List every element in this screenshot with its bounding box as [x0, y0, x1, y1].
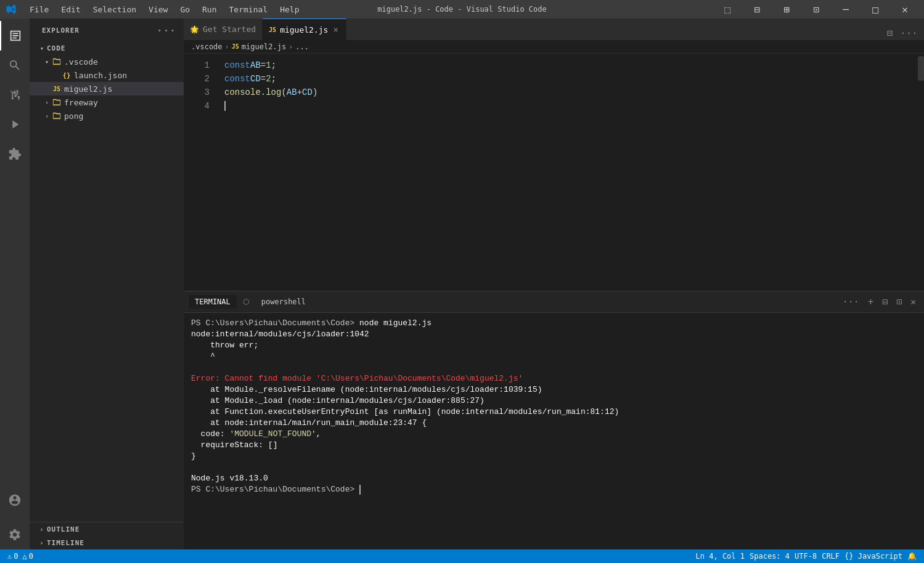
sidebar-more-button[interactable]: ···	[157, 25, 176, 36]
titlebar-controls: ⬚ ⊟ ⊞ ⊡ ─ □ ✕	[713, 0, 919, 18]
pong-folder-label: pong	[64, 111, 83, 121]
breadcrumb-vscode[interactable]: .vscode	[191, 43, 223, 51]
code-content[interactable]: const AB = 1; const CD = 2; console.log(…	[215, 54, 918, 291]
terminal-add-icon[interactable]: +	[865, 295, 877, 309]
terminal-content[interactable]: PS C:\Users\Pichau\Documents\Code> node …	[184, 313, 924, 549]
tree-miguel2-js[interactable]: JS miguel2.js	[30, 82, 184, 95]
tree-launch-json[interactable]: {} launch.json	[30, 68, 184, 82]
status-line-ending[interactable]: CRLF	[819, 549, 842, 563]
minimap	[918, 56, 924, 81]
menu-file[interactable]: File	[25, 2, 54, 17]
tabs-bar: 🌟 Get Started JS miguel2.js × ⊟ ···	[184, 18, 924, 40]
menu-go[interactable]: Go	[175, 2, 195, 17]
tree-pong-folder[interactable]: pong	[30, 109, 184, 123]
more-actions-button[interactable]: ···	[897, 26, 920, 40]
tab-close-button[interactable]: ×	[332, 25, 339, 34]
editor-area: 1 2 3 4 const AB = 1; const CD = 2;	[184, 54, 924, 291]
breadcrumb-file[interactable]: JS miguel2.js	[232, 43, 286, 51]
terminal-more-button[interactable]: ···	[840, 295, 862, 309]
vscode-chevron-icon	[42, 57, 52, 67]
terminal-cursor	[359, 485, 361, 495]
encoding-label: UTF-8	[795, 552, 817, 561]
launch-json-icon: {}	[62, 70, 72, 80]
line-col-label: Ln 4, Col 1	[696, 552, 745, 561]
split-icon[interactable]: ⊟	[743, 0, 771, 18]
language-label: {} JavaScript	[844, 552, 902, 561]
close-button[interactable]: ✕	[891, 0, 919, 18]
editor[interactable]: 1 2 3 4 const AB = 1; const CD = 2;	[184, 54, 924, 291]
warning-count: 0	[29, 552, 33, 561]
status-errors[interactable]: ⚠ 0 △ 0	[5, 549, 36, 563]
miguel2-tab-label: miguel2.js	[280, 25, 328, 34]
freeway-folder-icon	[52, 97, 62, 107]
terminal-line-1: PS C:\Users\Pichau\Documents\Code> node …	[191, 318, 917, 329]
code-label: CODE	[47, 44, 66, 52]
terminal-tab-powershell[interactable]: powershell	[255, 295, 312, 309]
terminal-split-button[interactable]: ⊟	[879, 295, 891, 309]
status-spaces[interactable]: Spaces: 4	[747, 549, 792, 563]
activity-settings-icon[interactable]	[0, 520, 30, 549]
code-line-3: console.log(AB + CD)	[224, 86, 918, 99]
terminal-line-error: Error: Cannot find module 'C:\Users\Pich…	[191, 373, 917, 384]
activity-account-icon[interactable]	[0, 485, 30, 515]
terminal-line-prompt2: PS C:\Users\Pichau\Documents\Code>	[191, 484, 917, 495]
activity-explorer-icon[interactable]	[0, 21, 30, 51]
tree-vscode-folder[interactable]: .vscode	[30, 55, 184, 68]
breadcrumb-sep2: ›	[288, 43, 293, 51]
menu-view[interactable]: View	[144, 2, 173, 17]
activity-extensions-icon[interactable]	[0, 139, 30, 169]
menu-terminal[interactable]: Terminal	[224, 2, 273, 17]
get-started-tab-icon: 🌟	[190, 25, 199, 34]
breadcrumb-ellipsis[interactable]: ...	[295, 43, 309, 51]
warning-count-icon: △	[22, 552, 27, 561]
status-language[interactable]: {} JavaScript	[842, 549, 905, 563]
tree-code-section[interactable]: CODE	[30, 41, 184, 55]
status-encoding[interactable]: UTF-8	[792, 549, 819, 563]
code-line-2: const CD = 2;	[224, 72, 918, 86]
customize-icon[interactable]: ⊡	[802, 0, 830, 18]
terminal-line-3: throw err;	[191, 340, 917, 351]
timeline-section[interactable]: TIMELINE	[30, 536, 184, 549]
launch-json-label: launch.json	[74, 71, 127, 80]
line-ending-label: CRLF	[822, 552, 840, 561]
file-tree: CODE .vscode {} launch.json JS miguel2.j…	[30, 41, 184, 522]
activity-run-icon[interactable]	[0, 110, 30, 139]
timeline-chevron-icon	[37, 538, 47, 548]
activity-bar	[0, 18, 30, 549]
terminal-tab-terminal[interactable]: TERMINAL	[189, 295, 237, 309]
menu-selection[interactable]: Selection	[88, 2, 141, 17]
code-chevron-icon	[37, 43, 47, 53]
editor-scrollbar[interactable]	[918, 54, 924, 291]
activity-source-control-icon[interactable]	[0, 80, 30, 110]
tab-get-started[interactable]: 🌟 Get Started	[184, 18, 263, 40]
terminal-line-code: code: 'MODULE_NOT_FOUND',	[191, 429, 917, 440]
terminal-line-at3: at Function.executeUserEntryPoint [as ru…	[191, 407, 917, 418]
breadcrumb: .vscode › JS miguel2.js › ...	[184, 40, 924, 54]
status-position[interactable]: Ln 4, Col 1	[693, 549, 747, 563]
tree-freeway-folder[interactable]: freeway	[30, 95, 184, 109]
window-title: miguel2.js - Code - Visual Studio Code	[377, 5, 547, 14]
terminal-close-button[interactable]: ✕	[907, 295, 919, 309]
workspace: 🌟 Get Started JS miguel2.js × ⊟ ··· .vsc…	[184, 18, 924, 549]
get-started-tab-label: Get Started	[203, 25, 256, 34]
terminal-line-at2: at Module._load (node:internal/modules/c…	[191, 395, 917, 407]
menu-help[interactable]: Help	[275, 2, 304, 17]
terminal-line-2: node:internal/modules/cjs/loader:1042	[191, 329, 917, 340]
activity-search-icon[interactable]	[0, 51, 30, 80]
freeway-chevron-icon	[42, 97, 52, 107]
panel-icon[interactable]: ⊞	[772, 0, 801, 18]
error-count-icon: ⚠	[7, 552, 12, 561]
maximize-button[interactable]: □	[861, 0, 889, 18]
split-editor-button[interactable]: ⊟	[884, 26, 895, 40]
terminal-maximize-button[interactable]: ⊡	[893, 295, 905, 309]
minimize-button[interactable]: ─	[832, 0, 860, 18]
terminal-controls: ··· + ⊟ ⊡ ✕	[840, 295, 919, 309]
menu-edit[interactable]: Edit	[56, 2, 85, 17]
outline-section[interactable]: OUTLINE	[30, 522, 184, 536]
status-feedback[interactable]: 🔔	[905, 549, 919, 563]
tab-miguel2-js[interactable]: JS miguel2.js ×	[263, 18, 346, 40]
terminal-panel: TERMINAL ⬡ powershell ··· + ⊟ ⊡ ✕ P	[184, 291, 924, 549]
layout-icon[interactable]: ⬚	[713, 0, 742, 18]
menu-run[interactable]: Run	[197, 2, 221, 17]
miguel2-js-label: miguel2.js	[64, 84, 112, 94]
